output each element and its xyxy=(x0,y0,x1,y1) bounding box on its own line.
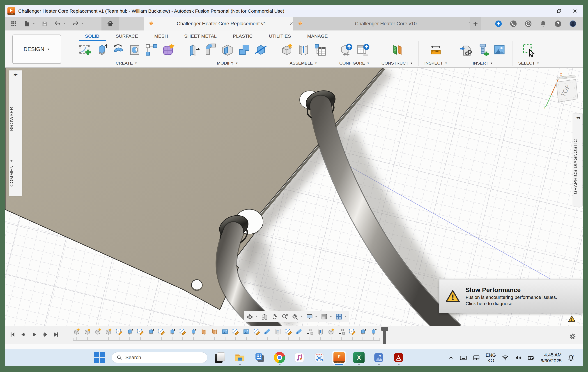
snipping-tool-taskbar-button[interactable] xyxy=(314,352,325,363)
timeline-feature-pipe[interactable] xyxy=(263,328,271,337)
insert-fastener-icon[interactable] xyxy=(475,43,490,57)
caret-down-icon[interactable] xyxy=(63,22,66,25)
caret-down-icon[interactable] xyxy=(300,315,303,318)
itunes-taskbar-button[interactable] xyxy=(294,352,305,363)
document-tab-inactive[interactable]: Challenger Heater Core v10 xyxy=(293,17,478,31)
home-view-button[interactable] xyxy=(101,17,119,31)
step-forward-icon[interactable] xyxy=(42,331,49,338)
timeline-feature-extrude[interactable] xyxy=(369,328,377,337)
caret-down-icon[interactable] xyxy=(315,315,318,318)
job-status-icon[interactable] xyxy=(509,20,517,28)
volume-icon[interactable] xyxy=(514,354,522,362)
revolve-icon[interactable] xyxy=(111,43,125,57)
workspace-selector[interactable]: DESIGN▼ xyxy=(12,34,61,64)
ribbon-tab-surface[interactable]: SURFACE xyxy=(107,33,146,40)
canvas-icon[interactable] xyxy=(492,43,507,57)
ribbon-group-label[interactable]: INSERT▼ xyxy=(473,61,493,66)
caret-down-icon[interactable] xyxy=(81,22,84,25)
remote-keypad-taskbar-button[interactable] xyxy=(254,352,265,363)
timeline-feature-new-component[interactable] xyxy=(73,328,81,337)
ribbon-group-label[interactable]: ASSEMBLE▼ xyxy=(290,61,317,66)
new-component-icon[interactable] xyxy=(280,43,294,57)
clock[interactable]: 4:45 AM6/30/2025 xyxy=(541,352,562,364)
fillet-icon[interactable] xyxy=(204,43,218,57)
graphics-diagnostic-tab[interactable]: GRAPHICS DIAGNOSTIC xyxy=(573,129,582,204)
viewport-canvas[interactable]: ▶▶ BROWSER COMMENTS ◀◀ GRAPHICS DIAGNOST… xyxy=(5,68,583,326)
fit-view-icon[interactable] xyxy=(291,313,298,320)
timeline-feature-canvas[interactable] xyxy=(221,328,229,337)
timeline-feature-joint[interactable] xyxy=(316,328,324,337)
timeline-feature-sketch-edit[interactable] xyxy=(179,328,187,337)
caret-down-icon[interactable] xyxy=(255,315,258,318)
timeline-feature-sketch-edit[interactable] xyxy=(285,328,293,337)
pattern-icon[interactable] xyxy=(144,43,159,57)
ribbon-group-label[interactable]: MODIFY▼ xyxy=(217,61,238,66)
wifi-icon[interactable] xyxy=(501,354,509,362)
collapse-panel-icon[interactable]: ◀◀ xyxy=(573,116,582,119)
ribbon-group-label[interactable]: CONFIGURE▼ xyxy=(339,61,369,66)
bell-dnd-icon[interactable]: z xyxy=(567,354,575,362)
slow-performance-toast[interactable]: Slow Performance Fusion is encountering … xyxy=(439,279,583,313)
timeline-feature-move[interactable] xyxy=(338,328,346,337)
ribbon-tab-solid[interactable]: SOLID xyxy=(77,33,107,40)
shell-icon[interactable] xyxy=(220,43,235,57)
start-button[interactable] xyxy=(94,352,105,363)
chevron-up-icon[interactable] xyxy=(448,354,454,362)
measure-icon[interactable] xyxy=(429,43,443,57)
acrobat-taskbar-button[interactable] xyxy=(393,352,404,363)
ribbon-tab-mesh[interactable]: MESH xyxy=(146,33,176,40)
grid-settings-icon[interactable] xyxy=(321,313,328,320)
timeline-feature-new-component[interactable] xyxy=(105,328,112,337)
touchpad-icon[interactable] xyxy=(472,354,480,362)
offset-plane-icon[interactable] xyxy=(390,43,404,57)
configure-icon[interactable] xyxy=(339,43,353,57)
timeline-feature-sketch-edit[interactable] xyxy=(136,328,144,337)
timeline-feature-move[interactable] xyxy=(306,328,314,337)
bom-icon[interactable] xyxy=(313,43,327,57)
file-explorer-taskbar-button[interactable] xyxy=(234,352,245,363)
timeline-feature-sketch-edit[interactable] xyxy=(115,328,123,337)
ribbon-group-label[interactable]: SELECT▼ xyxy=(518,61,539,66)
performance-warning-icon[interactable] xyxy=(568,315,576,323)
combine-icon[interactable] xyxy=(237,43,251,57)
timeline-feature-extrude[interactable] xyxy=(359,328,367,337)
view-cube[interactable]: X Y RIGHT TOP xyxy=(542,72,582,110)
file-new-icon[interactable] xyxy=(23,20,31,27)
skip-end-icon[interactable] xyxy=(52,331,59,338)
timeline-feature-extrude[interactable] xyxy=(126,328,134,337)
excel-taskbar-button[interactable]: X xyxy=(353,352,365,363)
select-icon[interactable] xyxy=(522,43,536,57)
timeline-feature-joint[interactable] xyxy=(274,328,282,337)
caret-down-icon[interactable] xyxy=(344,315,347,318)
ribbon-tab-manage[interactable]: MANAGE xyxy=(299,33,336,40)
chrome-taskbar-button[interactable] xyxy=(274,352,285,363)
ribbon-tab-plastic[interactable]: PLASTIC xyxy=(225,33,261,40)
ribbon-group-label[interactable]: CREATE▼ xyxy=(116,61,137,66)
extrude-icon[interactable] xyxy=(94,43,109,57)
touch-keyboard-icon[interactable] xyxy=(460,354,467,362)
split-body-icon[interactable] xyxy=(254,43,268,57)
timeline-feature-canvas[interactable] xyxy=(242,328,250,337)
minimize-icon[interactable] xyxy=(536,5,551,17)
play-icon[interactable] xyxy=(31,331,38,338)
joint-icon[interactable] xyxy=(296,43,311,57)
expand-panels-icon[interactable]: ▶▶ xyxy=(9,73,22,76)
desktop-app-taskbar-button[interactable] xyxy=(214,352,226,363)
hole-icon[interactable] xyxy=(128,43,142,57)
browser-panel-tab[interactable]: BROWSER xyxy=(9,95,22,143)
timeline-feature-sketch-edit[interactable] xyxy=(232,328,240,337)
timeline-feature-sketch-edit[interactable] xyxy=(158,328,165,337)
ribbon-group-label[interactable]: CONSTRUCT▼ xyxy=(381,61,413,66)
new-document-tab-button[interactable] xyxy=(470,17,481,31)
battery-icon[interactable] xyxy=(528,354,535,362)
press-pull-icon[interactable] xyxy=(187,43,201,57)
ribbon-tab-utilities[interactable]: UTILITIES xyxy=(261,33,299,40)
viewports-icon[interactable] xyxy=(335,313,343,320)
close-icon[interactable] xyxy=(567,5,583,17)
timeline-feature-new-component[interactable] xyxy=(84,328,91,337)
timeline-feature-extrude[interactable] xyxy=(147,328,155,337)
app-grid-icon[interactable] xyxy=(10,20,17,27)
fusion-taskbar-button[interactable]: FFUS xyxy=(334,352,345,363)
restore-icon[interactable] xyxy=(551,5,567,17)
caret-down-icon[interactable] xyxy=(329,315,332,318)
